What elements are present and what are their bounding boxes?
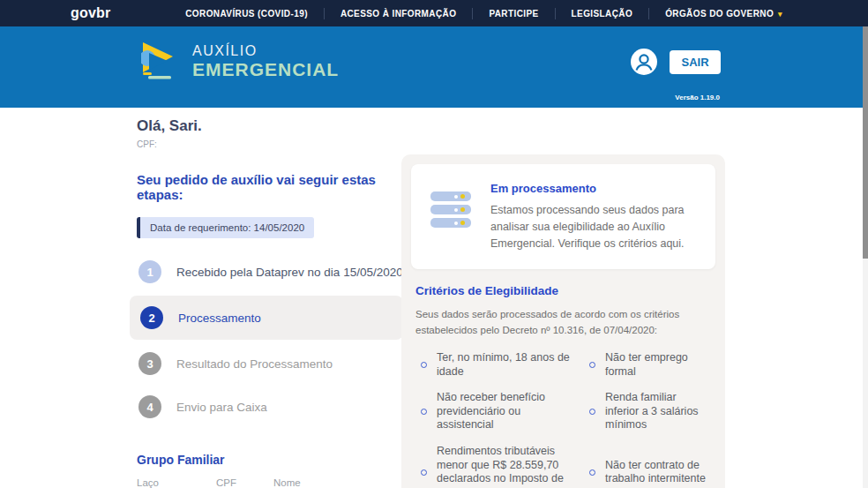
nav-coronavirus[interactable]: CORONAVÍRUS (COVID-19) (169, 9, 324, 19)
step-label: Recebido pela Dataprev no dia 15/05/2020 (176, 266, 403, 279)
status-panel: Em processamento Estamos processando seu… (401, 154, 725, 488)
page-scrollbar[interactable] (863, 26, 868, 488)
col-header-laco: Laço (137, 477, 216, 488)
chevron-down-icon: ▾ (778, 10, 782, 19)
status-body: Estamos processando seus dados para anal… (490, 202, 700, 252)
greeting-text: Olá, Sari. (137, 117, 403, 135)
criteria-item: Rendimentos tributáveis menor que R$ 28.… (415, 445, 575, 488)
auxilio-emergencial-page: govbr CORONAVÍRUS (COVID-19) ACESSO À IN… (0, 0, 868, 488)
criteria-item-text: Não ter contrato de trabalho intermitent… (605, 459, 711, 486)
criteria-item-text: Ter, no mínimo, 18 anos de idade (437, 351, 575, 379)
family-group-title: Grupo Familiar (137, 453, 403, 467)
step-processamento: 2 Processamento (130, 296, 403, 340)
criteria-item: Ter, no mínimo, 18 anos de idade (415, 351, 575, 379)
eligibility-criteria-section: Critérios de Elegibilidade Seus dados se… (401, 279, 725, 488)
criteria-item-text: Não receber benefício previdenciário ou … (437, 391, 575, 432)
status-text-block: Em processamento Estamos processando seu… (490, 179, 700, 252)
steps-list: 1 Recebido pela Dataprev no dia 15/05/20… (137, 252, 403, 426)
gov-top-nav: CORONAVÍRUS (COVID-19) ACESSO À INFORMAÇ… (169, 8, 798, 19)
bullet-circle-icon (589, 409, 595, 415)
step-envio-caixa: 4 Envio para Caixa (137, 387, 403, 426)
step-label: Resultado do Processamento (176, 357, 333, 371)
criteria-item: Não ter contrato de trabalho intermitent… (584, 445, 711, 488)
steps-title: Seu pedido de auxílio vai seguir estas e… (137, 172, 403, 202)
criteria-intro: Seus dados serão processados de acordo c… (415, 307, 711, 339)
gov-top-bar: govbr CORONAVÍRUS (COVID-19) ACESSO À IN… (0, 0, 868, 26)
cpf-label: CPF: (137, 139, 403, 149)
col-header-nome: Nome (273, 477, 403, 488)
bullet-circle-icon (421, 362, 427, 368)
nav-orgaos-governo[interactable]: ÓRGÃOS DO GOVERNO▾ (649, 9, 798, 19)
criteria-title: Critérios de Elegibilidade (415, 284, 711, 297)
logout-button[interactable]: SAIR (670, 50, 721, 74)
bullet-circle-icon (421, 409, 427, 415)
nav-legislacao[interactable]: LEGISLAÇÃO (556, 9, 649, 19)
bullet-circle-icon (421, 469, 427, 476)
scrollbar-thumb[interactable] (863, 26, 868, 259)
user-avatar-icon[interactable] (631, 49, 657, 75)
family-group-table: Laço CPF Nome Filho(a) - Filho(a) - (137, 477, 403, 488)
logo-text: AUXÍLIO EMERGENCIAL (192, 43, 339, 80)
request-date-badge: Data de requerimento: 14/05/2020 (137, 217, 314, 238)
nav-orgaos-governo-label: ÓRGÃOS DO GOVERNO (665, 9, 774, 19)
col-header-cpf: CPF (216, 477, 273, 488)
auxilio-arrow-icon (141, 41, 182, 83)
status-title: Em processamento (490, 182, 700, 195)
criteria-item-text: Rendimentos tributáveis menor que R$ 28.… (437, 445, 575, 488)
bullet-circle-icon (589, 362, 595, 368)
criteria-item: Não receber benefício previdenciário ou … (415, 391, 575, 432)
nav-acesso-informacao[interactable]: ACESSO À INFORMAÇÃO (325, 9, 473, 19)
govbr-logo[interactable]: govbr (71, 5, 110, 21)
step-number-badge: 1 (138, 260, 161, 283)
processing-status-card: Em processamento Estamos processando seu… (411, 164, 715, 269)
request-steps-column: Olá, Sari. CPF: Seu pedido de auxílio va… (137, 117, 403, 488)
logo-line2: EMERGENCIAL (192, 59, 339, 80)
logo-line1: AUXÍLIO (192, 43, 339, 59)
step-label: Processamento (178, 312, 261, 325)
app-header: AUXÍLIO EMERGENCIAL SAIR Versão 1.19.0 (0, 26, 864, 108)
server-icon (430, 191, 471, 252)
step-label: Envio para Caixa (176, 401, 267, 414)
step-number-badge: 3 (138, 352, 161, 375)
auxilio-emergencial-logo: AUXÍLIO EMERGENCIAL (141, 41, 339, 83)
step-number-badge: 2 (140, 306, 163, 329)
criteria-item-text: Renda familiar inferior a 3 salários mín… (605, 391, 711, 432)
header-right-group: SAIR (631, 49, 721, 75)
criteria-item: Renda familiar inferior a 3 salários mín… (584, 391, 711, 432)
step-number-badge: 4 (138, 395, 161, 418)
bullet-circle-icon (589, 469, 595, 476)
criteria-list: Ter, no mínimo, 18 anos de idade Não ter… (415, 351, 711, 488)
step-recebido: 1 Recebido pela Dataprev no dia 15/05/20… (137, 252, 403, 291)
app-version: Versão 1.19.0 (675, 94, 720, 101)
criteria-item: Não ter emprego formal (584, 351, 711, 379)
table-header-row: Laço CPF Nome (137, 477, 403, 488)
criteria-item-text: Não ter emprego formal (605, 351, 711, 379)
step-resultado: 3 Resultado do Processamento (137, 344, 403, 383)
nav-participe[interactable]: PARTICIPE (473, 9, 554, 19)
